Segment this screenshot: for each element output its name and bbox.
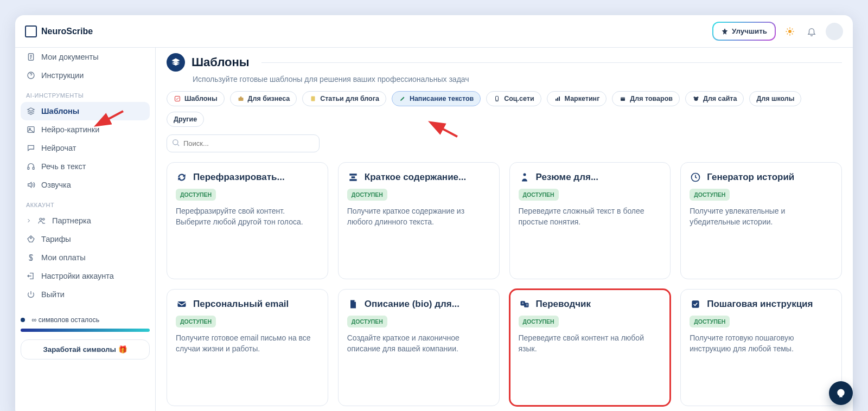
- sidebar-item[interactable]: Выйти: [21, 285, 150, 304]
- card-title: Генератор историй: [707, 172, 794, 183]
- card-head: Пошаговая инструкция: [690, 298, 833, 310]
- symbols-dot-icon: [21, 318, 25, 322]
- svg-rect-17: [557, 98, 558, 101]
- template-card[interactable]: Резюме для...ДОСТУПЕНПереведите сложный …: [509, 162, 671, 279]
- earn-symbols-button[interactable]: Заработай символы 🎁: [21, 339, 150, 359]
- template-card[interactable]: Персональный emailДОСТУПЕНПолучите готов…: [167, 289, 328, 406]
- card-description: Переведите сложный текст в более простые…: [519, 206, 662, 227]
- template-grid: Перефразировать...ДОСТУПЕНПерефразируйте…: [167, 162, 842, 406]
- card-title: Краткое содержание...: [365, 172, 466, 183]
- image-icon: [26, 125, 36, 134]
- doc2-icon: [347, 298, 359, 310]
- template-card[interactable]: Генератор историйДОСТУПЕНПолучите увлека…: [680, 162, 842, 279]
- filter-pill[interactable]: Для товаров: [612, 91, 680, 106]
- svg-point-24: [523, 174, 526, 176]
- filter-pill[interactable]: Соц.сети: [486, 91, 541, 106]
- power-icon: [26, 290, 36, 299]
- filter-pill-label: Другие: [174, 115, 197, 123]
- card-title: Пошаговая инструкция: [707, 299, 813, 310]
- card-title: Персональный email: [193, 299, 289, 310]
- template-card[interactable]: Перефразировать...ДОСТУПЕНПерефразируйте…: [167, 162, 328, 279]
- sidebar-item-label: Выйти: [41, 290, 65, 299]
- filter-pill-label: Маркетинг: [565, 95, 600, 102]
- refresh-icon: [176, 171, 188, 183]
- phone-icon: [493, 95, 501, 102]
- filter-pill[interactable]: Статьи для блога: [302, 91, 386, 106]
- page-title: Шаблоны: [192, 55, 250, 69]
- template-card[interactable]: Описание (bio) для...ДОСТУПЕНСоздайте кр…: [338, 289, 500, 406]
- rocket-icon: [721, 28, 729, 35]
- card-head: Генератор историй: [690, 171, 833, 183]
- sidebar-item[interactable]: Мои оплаты: [21, 248, 150, 267]
- card-title: Описание (bio) для...: [365, 299, 459, 310]
- compress-icon: [347, 171, 359, 183]
- filter-pill[interactable]: Для сайта: [685, 91, 744, 106]
- sidebar-item-label: Настройки аккаунта: [41, 272, 114, 280]
- chat-icon: [26, 143, 36, 153]
- card-description: Получите краткое содержание из любого дл…: [347, 206, 490, 227]
- symbols-label: ∞ символов осталось: [31, 316, 99, 324]
- availability-badge: ДОСТУПЕН: [519, 316, 559, 327]
- symbols-progress: [21, 329, 150, 332]
- headphones-icon: [26, 162, 36, 171]
- bell-icon: [807, 27, 816, 36]
- theme-toggle-button[interactable]: [782, 24, 797, 39]
- brand-name: NeuroScribe: [41, 27, 93, 36]
- card-description: Получите готовое email письмо на все слу…: [176, 333, 319, 354]
- sidebar-item-label: Речь в текст: [41, 162, 86, 171]
- sidebar-item-label: Мои документы: [41, 53, 99, 61]
- users-icon: [37, 216, 47, 226]
- sidebar-item[interactable]: Инструкции: [21, 66, 150, 85]
- sidebar-item[interactable]: Нейрочат: [21, 139, 150, 157]
- search-input[interactable]: [167, 134, 320, 152]
- sidebar-item[interactable]: Нейро-картинки: [21, 120, 150, 139]
- sidebar-item[interactable]: Шаблоны: [21, 102, 150, 120]
- notifications-button[interactable]: [804, 24, 819, 39]
- filter-pill[interactable]: Маркетинг: [547, 91, 607, 106]
- sidebar-item-label: Озвучка: [41, 181, 71, 189]
- sidebar-item[interactable]: Партнерка: [21, 211, 150, 230]
- sidebar-item-label: Нейрочат: [41, 144, 76, 152]
- page-subtitle: Используйте готовые шаблоны для решения …: [193, 75, 842, 84]
- avatar[interactable]: [826, 23, 843, 40]
- filter-pill[interactable]: Для бизнеса: [230, 91, 297, 106]
- availability-badge: ДОСТУПЕН: [690, 189, 730, 201]
- filter-pill[interactable]: Написание текстов: [392, 91, 481, 106]
- sidebar-item[interactable]: Мои документы: [21, 48, 150, 66]
- symbols-remaining: ∞ символов осталось Заработай символы 🎁: [21, 314, 150, 359]
- card-head: A文Переводчик: [519, 298, 662, 310]
- sidebar-group-ai: AI-ИНСТРУМЕНТЫ: [21, 85, 150, 102]
- search-wrap: [167, 134, 297, 152]
- svg-point-32: [837, 389, 844, 396]
- svg-text:文: 文: [525, 303, 528, 306]
- sidebar-item[interactable]: Озвучка: [21, 176, 150, 194]
- card-description: Получите готовую пошаговую инструкцию дл…: [690, 333, 833, 354]
- sidebar-item[interactable]: Тарифы: [21, 230, 150, 248]
- sidebar-item[interactable]: Речь в текст: [21, 157, 150, 176]
- improve-button[interactable]: Улучшить: [713, 23, 775, 40]
- svg-point-0: [788, 30, 792, 33]
- translate-icon: A文: [519, 298, 531, 310]
- template-card[interactable]: Пошаговая инструкцияДОСТУПЕНПолучите гот…: [680, 289, 842, 406]
- availability-badge: ДОСТУПЕН: [176, 316, 216, 327]
- filter-pill-label: Написание текстов: [410, 95, 474, 102]
- brand[interactable]: NeuroScribe: [25, 25, 93, 37]
- filter-pill-label: Шаблоны: [184, 95, 218, 102]
- card-description: Переведите свой контент на любой язык.: [519, 333, 662, 354]
- card-description: Создайте краткое и лаконичное описание д…: [347, 333, 490, 354]
- improve-label: Улучшить: [732, 27, 767, 35]
- sidebar: Мои документыИнструкции AI-ИНСТРУМЕНТЫ Ш…: [15, 48, 156, 411]
- panda-icon: [692, 95, 700, 102]
- filter-pill[interactable]: Другие: [167, 112, 204, 127]
- filter-pill[interactable]: Шаблоны: [167, 91, 225, 106]
- app-window: NeuroScribe Улучшить Мои документыИнстру…: [15, 15, 853, 411]
- note-icon: [309, 95, 317, 102]
- svg-rect-16: [556, 99, 557, 101]
- sidebar-item[interactable]: Настройки аккаунта: [21, 267, 150, 285]
- chat-fab[interactable]: [829, 381, 853, 405]
- improve-button-wrap: Улучшить: [712, 22, 776, 41]
- layers-icon: [26, 106, 36, 116]
- filter-pill[interactable]: Для школы: [749, 91, 801, 106]
- template-card[interactable]: A文ПереводчикДОСТУПЕНПереведите свой конт…: [509, 289, 671, 406]
- template-card[interactable]: Краткое содержание...ДОСТУПЕНПолучите кр…: [338, 162, 500, 279]
